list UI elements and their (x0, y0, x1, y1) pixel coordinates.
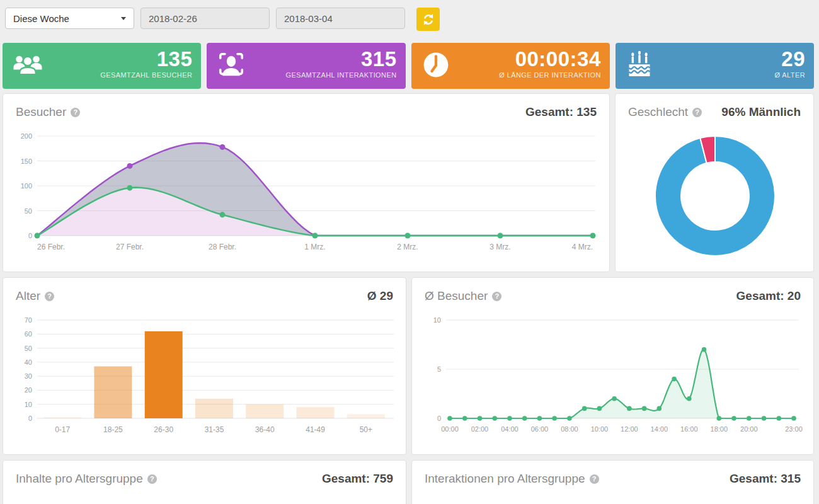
kpi-value: 29 (663, 48, 805, 71)
svg-text:30: 30 (25, 372, 32, 380)
svg-text:10: 10 (25, 401, 32, 408)
help-icon[interactable] (71, 108, 80, 117)
kpi-label: Ø LÄNGE DER INTERAKTION (459, 71, 601, 79)
svg-text:40: 40 (25, 358, 32, 366)
svg-text:50: 50 (25, 345, 32, 352)
kpi-value: 00:00:34 (459, 48, 601, 71)
kpi-value: 315 (255, 48, 396, 71)
period-select-value: Diese Woche (13, 13, 69, 24)
svg-text:00:00: 00:00 (441, 425, 459, 433)
svg-text:06:00: 06:00 (531, 425, 549, 433)
svg-text:04:00: 04:00 (501, 425, 518, 433)
panel-title: Inhalte pro Altersgruppe (16, 472, 157, 486)
svg-text:60: 60 (25, 330, 32, 338)
svg-text:1 Mrz.: 1 Mrz. (304, 243, 325, 251)
refresh-icon (422, 13, 435, 26)
svg-text:5: 5 (437, 365, 441, 373)
panel-summary: 96% Männlich (721, 105, 801, 119)
svg-text:70: 70 (25, 316, 32, 324)
help-icon[interactable] (590, 474, 599, 484)
kpi-card-interaktionen: 315 GESAMTZAHL INTERAKTIONEN (207, 43, 405, 89)
toolbar: Diese Woche (5, 8, 440, 31)
svg-text:0: 0 (28, 415, 32, 422)
kpi-card-alter: 29 Ø ALTER (616, 43, 814, 89)
svg-text:18:00: 18:00 (711, 425, 728, 433)
svg-text:20:00: 20:00 (740, 425, 758, 433)
panel-inhalte: Inhalte pro Altersgruppe Gesamt: 759 (3, 460, 406, 504)
svg-text:41-49: 41-49 (306, 425, 325, 434)
help-icon[interactable] (147, 474, 157, 484)
svg-text:10:00: 10:00 (591, 425, 609, 433)
svg-text:0: 0 (28, 232, 32, 239)
date-from-input[interactable] (140, 8, 270, 29)
alter-bar-chart[interactable]: 0102030405060700-1718-2526-3031-3536-404… (16, 311, 393, 446)
panel-alter: Alter Ø 29 0102030405060700-1718-2526-30… (3, 277, 406, 455)
panel-summary: Gesamt: 135 (525, 105, 597, 119)
kpi-label: GESAMTZAHL INTERAKTIONEN (255, 71, 396, 79)
svg-text:36-40: 36-40 (255, 425, 275, 434)
panel-interaktionen: Interaktionen pro Altersgruppe Gesamt: 3… (411, 460, 814, 504)
panel-title: Ø Besucher (425, 289, 501, 303)
analytics-dashboard: Diese Woche (0, 0, 819, 504)
svg-text:3 Mrz.: 3 Mrz. (490, 243, 510, 251)
besucher-area-chart[interactable]: 05010015020026 Febr.27 Febr.28 Febr.1 Mr… (16, 127, 597, 262)
chevron-down-icon (121, 17, 126, 20)
svg-text:12:00: 12:00 (621, 425, 638, 433)
svg-text:20: 20 (25, 386, 32, 394)
panel-geschlecht: Geschlecht 96% Männlich (615, 93, 814, 272)
kpi-card-besucher: 135 GESAMTZAHL BESUCHER (3, 43, 201, 89)
svg-text:16:00: 16:00 (680, 425, 698, 433)
period-select[interactable]: Diese Woche (5, 8, 134, 29)
kpi-label: Ø ALTER (663, 71, 805, 79)
avg-besucher-line-chart[interactable]: 051000:0002:0004:0006:0008:0010:0012:001… (425, 311, 801, 446)
kpi-value: 135 (50, 48, 192, 71)
panel-besucher: Besucher Gesamt: 135 05010015020026 Febr… (3, 93, 610, 272)
svg-text:14:00: 14:00 (651, 425, 668, 433)
svg-text:2 Mrz.: 2 Mrz. (397, 243, 418, 251)
svg-text:0-17: 0-17 (55, 425, 70, 434)
help-icon[interactable] (492, 292, 501, 301)
svg-text:31-35: 31-35 (205, 425, 224, 434)
panel-title: Geschlecht (628, 105, 702, 119)
users-icon (13, 50, 43, 83)
svg-text:28 Febr.: 28 Febr. (209, 243, 236, 251)
svg-text:08:00: 08:00 (561, 425, 578, 433)
panel-avg-besucher: Ø Besucher Gesamt: 20 051000:0002:0004:0… (411, 277, 814, 455)
kpi-label: GESAMTZAHL BESUCHER (50, 71, 192, 79)
panel-summary: Ø 29 (367, 289, 393, 303)
svg-text:4 Mrz.: 4 Mrz. (572, 243, 593, 251)
kpi-row: 135 GESAMTZAHL BESUCHER (3, 43, 814, 89)
svg-text:200: 200 (21, 132, 32, 140)
svg-text:27 Febr.: 27 Febr. (116, 243, 144, 251)
panel-summary: Gesamt: 759 (322, 472, 393, 486)
panel-summary: Gesamt: 315 (730, 472, 801, 486)
panel-title: Interaktionen pro Altersgruppe (425, 472, 599, 486)
panel-title: Alter (16, 289, 54, 303)
panel-summary: Gesamt: 20 (736, 289, 801, 303)
face-detection-icon (217, 50, 246, 82)
clock-icon (421, 50, 450, 82)
svg-text:50: 50 (25, 207, 32, 215)
svg-text:10: 10 (433, 316, 441, 324)
geschlecht-donut-chart[interactable] (628, 122, 801, 262)
help-icon[interactable] (692, 108, 702, 117)
svg-text:26-30: 26-30 (154, 425, 173, 434)
svg-text:26 Febr.: 26 Febr. (37, 243, 65, 251)
date-to-input[interactable] (276, 8, 405, 29)
help-icon[interactable] (45, 292, 54, 301)
refresh-button[interactable] (416, 8, 440, 31)
svg-text:150: 150 (21, 158, 32, 165)
panel-title: Besucher (16, 105, 80, 119)
svg-text:50+: 50+ (360, 425, 372, 434)
kpi-card-interaktionslaenge: 00:00:34 Ø LÄNGE DER INTERAKTION (411, 43, 610, 89)
birthday-cake-icon (626, 51, 653, 81)
svg-text:0: 0 (437, 415, 441, 422)
svg-text:02:00: 02:00 (471, 425, 489, 433)
svg-text:23:00: 23:00 (785, 425, 803, 433)
svg-text:100: 100 (21, 182, 32, 190)
svg-text:18-25: 18-25 (103, 425, 123, 434)
